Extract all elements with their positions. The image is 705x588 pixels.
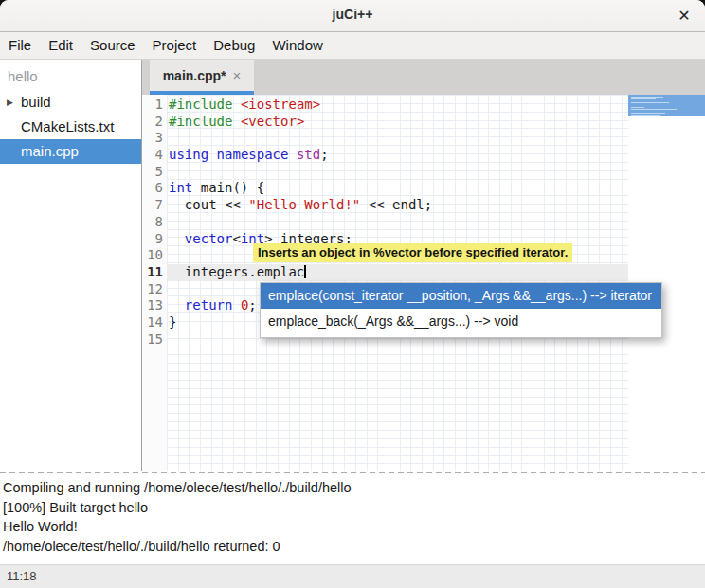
sidebar-item-cmakelists-txt[interactable]: CMakeLists.txt <box>0 115 141 139</box>
code-token: #include <box>169 97 232 112</box>
close-window-button[interactable]: ✕ <box>674 6 695 27</box>
minimap-code-line <box>631 97 663 98</box>
code-line[interactable] <box>167 130 628 147</box>
code-token: << endl; <box>360 197 432 212</box>
menu-item-file[interactable]: File <box>0 32 40 59</box>
line-number: 12 <box>142 281 167 298</box>
menu-item-edit[interactable]: Edit <box>40 32 81 59</box>
line-number: 13 <box>142 297 167 314</box>
line-number: 7 <box>142 197 167 214</box>
menu-item-window[interactable]: Window <box>263 32 331 59</box>
line-number: 15 <box>142 331 167 348</box>
line-number-gutter: 123456789101112131415 <box>142 95 167 471</box>
code-token: <vector> <box>241 114 304 129</box>
code-line[interactable]: cout << "Hello World!" << endl; <box>167 197 628 214</box>
autocomplete-item[interactable]: emplace_back(_Args &&__args...) --> void <box>261 309 661 334</box>
sidebar-item-label: build <box>21 94 51 110</box>
titlebar[interactable]: juCi++ ✕ <box>0 0 705 32</box>
autocomplete-item[interactable]: emplace(const_iterator __position, _Args… <box>261 283 661 309</box>
app-window: juCi++ ✕ FileEditSourceProjectDebugWindo… <box>0 0 705 588</box>
code-token: return <box>185 297 233 312</box>
terminal-line: /home/olece/test/hello/./build/hello ret… <box>3 537 705 557</box>
code-token: ; <box>320 147 328 162</box>
code-token: ; <box>248 297 256 312</box>
code-token: <iostream> <box>241 97 320 112</box>
code-line[interactable]: int main() { <box>167 180 628 197</box>
code-token <box>232 297 240 312</box>
line-number: 14 <box>142 314 167 331</box>
line-number: 3 <box>142 130 167 147</box>
menu-item-source[interactable]: Source <box>81 32 144 59</box>
minimap-code-line <box>631 98 656 99</box>
project-root-label: hello <box>0 60 141 90</box>
sidebar-item-build[interactable]: ▶build <box>0 90 141 115</box>
sidebar-item-main-cpp[interactable]: main.cpp <box>0 139 141 164</box>
terminal-line: Compiling and running /home/olece/test/h… <box>3 478 705 498</box>
code-token: } <box>169 314 176 330</box>
minimap-code-line <box>631 102 669 103</box>
minimap-code-line <box>631 109 677 110</box>
menu-item-project[interactable]: Project <box>144 32 206 59</box>
terminal-output-panel[interactable]: Compiling and running /home/olece/test/h… <box>0 475 705 564</box>
code-line[interactable]: #include <iostream> <box>167 97 628 114</box>
code-token: vector <box>185 231 233 246</box>
sidebar-item-label: main.cpp <box>21 143 79 159</box>
code-token: std <box>297 147 320 162</box>
status-time: 11:18 <box>7 569 37 583</box>
menu-item-debug[interactable]: Debug <box>205 32 263 59</box>
line-number: 11 <box>142 264 167 281</box>
autocomplete-popup: emplace(const_iterator __position, _Args… <box>260 282 662 338</box>
doc-tooltip: Inserts an object in %vector before spec… <box>253 243 572 262</box>
code-token: "Hello World!" <box>248 197 360 212</box>
line-number: 8 <box>142 214 167 231</box>
line-number: 2 <box>142 114 167 131</box>
code-token: integers.emplac <box>169 264 304 279</box>
minimap-code-line <box>631 107 644 108</box>
tab-close-icon[interactable]: × <box>233 67 242 83</box>
code-line[interactable]: integers.emplac <box>167 264 628 281</box>
line-number: 9 <box>142 231 167 248</box>
tab-main-cpp[interactable]: main.cpp* × <box>150 60 254 95</box>
code-token <box>232 97 240 112</box>
code-editor[interactable]: 123456789101112131415 #include <iostream… <box>142 95 705 471</box>
code-token <box>169 297 185 312</box>
code-token <box>232 114 240 129</box>
code-line[interactable] <box>167 164 628 181</box>
file-tree-sidebar: hello ▶buildCMakeLists.txtmain.cpp <box>0 60 142 471</box>
line-number: 4 <box>142 147 167 164</box>
expander-icon[interactable]: ▶ <box>7 90 13 115</box>
code-token: int <box>169 180 192 195</box>
minimap-visible-region[interactable] <box>628 95 705 116</box>
code-line[interactable]: using namespace std; <box>167 147 628 164</box>
text-cursor <box>304 265 306 278</box>
terminal-line: [100%] Built target hello <box>3 498 705 518</box>
code-token: main() { <box>192 180 264 195</box>
menubar: FileEditSourceProjectDebugWindow <box>0 32 705 60</box>
minimap-code-line <box>631 113 665 114</box>
window-title: juCi++ <box>0 7 705 22</box>
line-number: 10 <box>142 247 167 264</box>
code-token <box>208 147 216 162</box>
code-token: < <box>232 231 240 246</box>
status-bar: 11:18 <box>0 564 705 588</box>
code-token: namespace <box>217 147 289 162</box>
sidebar-item-label: CMakeLists.txt <box>21 118 114 134</box>
line-number: 6 <box>142 180 167 197</box>
code-line[interactable]: #include <vector> <box>167 114 628 131</box>
minimap-code-line <box>631 115 660 116</box>
line-number: 1 <box>142 97 167 114</box>
code-token: using <box>169 147 208 162</box>
code-token: cout << <box>169 197 248 212</box>
line-number: 5 <box>142 164 167 181</box>
code-token: #include <box>169 114 232 129</box>
code-token <box>169 231 185 246</box>
terminal-line: Hello World! <box>3 517 705 537</box>
code-line[interactable] <box>167 214 628 231</box>
tab-label: main.cpp* <box>163 68 226 83</box>
code-token <box>288 147 296 162</box>
tab-bar: main.cpp* × <box>142 60 705 95</box>
